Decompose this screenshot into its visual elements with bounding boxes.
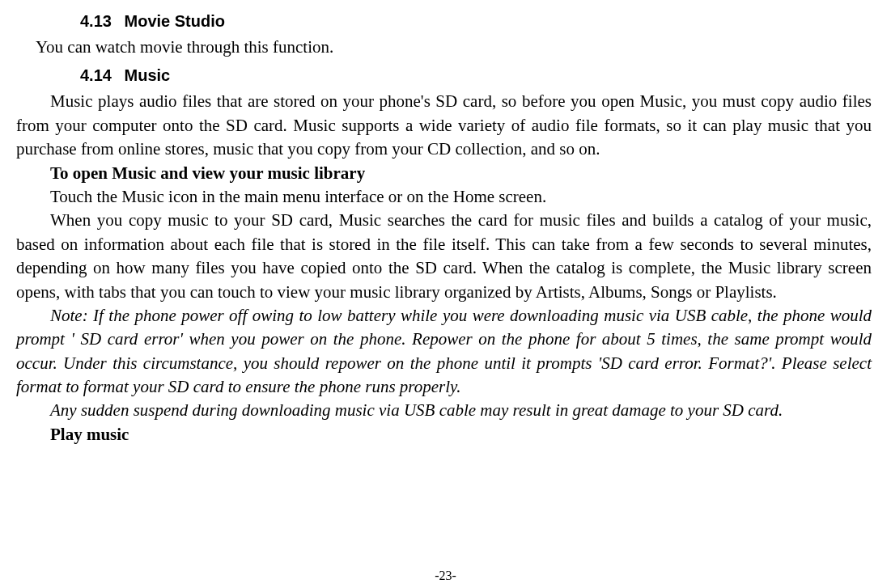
paragraph-414-1: Music plays audio files that are stored … <box>16 90 872 161</box>
note-414-1: Note: If the phone power off owing to lo… <box>16 304 872 400</box>
paragraph-413-1: You can watch movie through this functio… <box>16 36 872 59</box>
section-title: Movie Studio <box>125 12 225 30</box>
section-number: 4.13 <box>80 10 112 32</box>
section-heading-413: 4.13 Movie Studio <box>80 10 872 32</box>
paragraph-414-3: When you copy music to your SD card, Mus… <box>16 209 872 304</box>
subheading-play-music: Play music <box>16 423 872 446</box>
subheading-open-music: To open Music and view your music librar… <box>16 162 872 185</box>
page-number: -23- <box>0 567 891 585</box>
section-heading-414: 4.14 Music <box>80 64 872 87</box>
note-414-2: Any sudden suspend during downloading mu… <box>16 399 872 422</box>
section-number: 4.14 <box>80 64 112 87</box>
section-title: Music <box>125 66 171 84</box>
paragraph-414-2: Touch the Music icon in the main menu in… <box>16 185 872 209</box>
